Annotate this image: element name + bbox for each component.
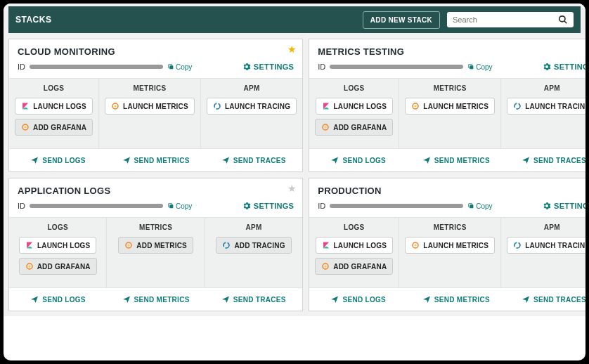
logs-column: LOGSLAUNCH LOGSADD GRAFANA	[309, 218, 399, 287]
copy-id-button[interactable]: Copy	[467, 202, 492, 210]
svg-point-29	[325, 266, 327, 268]
id-label: ID	[18, 202, 25, 210]
apm-heading: APM	[211, 223, 297, 231]
send-logs-button[interactable]: SEND LOGS	[9, 288, 107, 311]
launch-tracing-button[interactable]: LAUNCH TRACING	[207, 98, 297, 115]
copy-id-button[interactable]: Copy	[167, 202, 192, 210]
launch-logs-button[interactable]: LAUNCH LOGS	[15, 98, 93, 115]
stack-title: METRICS TESTING	[318, 46, 585, 57]
apm-heading: APM	[507, 223, 585, 231]
svg-point-23	[128, 245, 130, 247]
send-traces-button[interactable]: SEND TRACES	[505, 288, 585, 311]
send-traces-button[interactable]: SEND TRACES	[205, 149, 302, 171]
apm-column: APMLAUNCH TRACING	[201, 79, 302, 148]
settings-button[interactable]: SETTINGS	[242, 202, 294, 210]
search-input[interactable]	[453, 15, 558, 24]
logs-column: LOGSLAUNCH LOGSADD GRAFANA	[309, 79, 399, 148]
svg-point-0	[559, 16, 565, 22]
send-metrics-button[interactable]: SEND METRICS	[407, 149, 505, 171]
svg-point-13	[325, 126, 327, 129]
send-traces-button[interactable]: SEND TRACES	[505, 149, 585, 171]
id-value-redacted	[30, 65, 163, 69]
launch-logs-button[interactable]: LAUNCH LOGS	[316, 237, 394, 254]
logs-column: LOGSLAUNCH LOGSADD GRAFANA	[9, 79, 99, 148]
stack-title: APPLICATION LOGS	[18, 186, 294, 196]
settings-button[interactable]: SETTINGS	[543, 202, 585, 210]
id-label: ID	[318, 202, 325, 210]
svg-rect-2	[169, 65, 173, 69]
svg-point-15	[415, 105, 417, 108]
stack-card: ★PRODUCTIONIDCopySETTINGSLOGSLAUNCH LOGS…	[309, 178, 585, 311]
metrics-column: METRICSLAUNCH METRICS	[399, 218, 501, 287]
launch-logs-button[interactable]: LAUNCH LOGS	[19, 237, 97, 254]
copy-id-button[interactable]: Copy	[167, 63, 192, 71]
send-metrics-button[interactable]: SEND METRICS	[407, 288, 505, 311]
metrics-column: METRICSADD METRICS	[107, 218, 205, 287]
launch-tracing-button[interactable]: LAUNCH TRACING	[507, 98, 585, 115]
metrics-heading: METRICS	[105, 84, 195, 92]
metrics-heading: METRICS	[405, 223, 495, 231]
send-logs-button[interactable]: SEND LOGS	[309, 288, 407, 311]
logs-heading: LOGS	[315, 84, 393, 92]
logs-heading: LOGS	[15, 84, 93, 92]
id-value-redacted	[30, 204, 163, 208]
send-metrics-button[interactable]: SEND METRICS	[107, 149, 205, 171]
topbar: STACKS ADD NEW STACK	[8, 6, 581, 33]
apm-heading: APM	[507, 84, 585, 92]
stack-card: ★CLOUD MONITORINGIDCopySETTINGSLOGSLAUNC…	[8, 39, 303, 172]
launch-tracing-button[interactable]: LAUNCH TRACING	[507, 237, 585, 254]
logs-column: LOGSLAUNCH LOGSADD GRAFANA	[9, 218, 107, 287]
copy-id-button[interactable]: Copy	[467, 63, 492, 71]
metrics-column: METRICSLAUNCH METRICS	[399, 79, 501, 148]
svg-rect-18	[169, 204, 173, 208]
metrics-column: METRICSLAUNCH METRICS	[99, 79, 201, 148]
apm-heading: APM	[207, 84, 297, 92]
svg-point-21	[28, 266, 30, 268]
settings-button[interactable]: SETTINGS	[543, 63, 585, 71]
stack-title: PRODUCTION	[318, 186, 585, 196]
add-tracing-button[interactable]: ADD TRACING	[216, 237, 291, 254]
logs-heading: LOGS	[315, 223, 393, 231]
send-logs-button[interactable]: SEND LOGS	[309, 149, 407, 171]
apm-column: APMADD TRACING	[205, 218, 302, 287]
stack-card: ★APPLICATION LOGSIDCopySETTINGSLOGSLAUNC…	[8, 178, 303, 311]
add-metrics-button[interactable]: ADD METRICS	[118, 237, 193, 254]
apm-column: APMLAUNCH TRACING	[501, 79, 585, 148]
metrics-heading: METRICS	[405, 84, 495, 92]
metrics-heading: METRICS	[112, 223, 198, 231]
add-grafana-button[interactable]: ADD GRAFANA	[19, 258, 97, 275]
svg-point-31	[415, 245, 417, 247]
stack-title: CLOUD MONITORING	[18, 46, 294, 57]
settings-button[interactable]: SETTINGS	[242, 63, 294, 71]
svg-rect-10	[470, 65, 474, 69]
id-label: ID	[18, 63, 25, 71]
id-label: ID	[318, 63, 325, 71]
stack-card: ★METRICS TESTINGIDCopySETTINGSLOGSLAUNCH…	[309, 39, 585, 172]
add-grafana-button[interactable]: ADD GRAFANA	[315, 119, 393, 136]
launch-metrics-button[interactable]: LAUNCH METRICS	[105, 98, 195, 115]
apm-column: APMLAUNCH TRACING	[501, 218, 585, 287]
svg-point-5	[25, 126, 27, 129]
add-grafana-button[interactable]: ADD GRAFANA	[315, 258, 393, 275]
send-metrics-button[interactable]: SEND METRICS	[107, 288, 205, 311]
favorite-star-icon[interactable]: ★	[287, 183, 297, 194]
add-grafana-button[interactable]: ADD GRAFANA	[15, 119, 93, 136]
send-traces-button[interactable]: SEND TRACES	[205, 288, 302, 311]
launch-logs-button[interactable]: LAUNCH LOGS	[316, 98, 394, 115]
launch-metrics-button[interactable]: LAUNCH METRICS	[405, 237, 495, 254]
svg-point-7	[115, 105, 117, 108]
page-title: STACKS	[15, 15, 363, 25]
launch-metrics-button[interactable]: LAUNCH METRICS	[405, 98, 495, 115]
search-icon	[558, 15, 568, 25]
svg-line-1	[564, 21, 567, 24]
favorite-star-icon[interactable]: ★	[287, 44, 297, 55]
svg-rect-26	[470, 204, 474, 208]
id-value-redacted	[330, 204, 463, 208]
add-stack-button[interactable]: ADD NEW STACK	[363, 11, 440, 29]
id-value-redacted	[330, 65, 463, 69]
logs-heading: LOGS	[15, 223, 101, 231]
search-field[interactable]	[447, 12, 574, 27]
send-logs-button[interactable]: SEND LOGS	[9, 149, 107, 171]
